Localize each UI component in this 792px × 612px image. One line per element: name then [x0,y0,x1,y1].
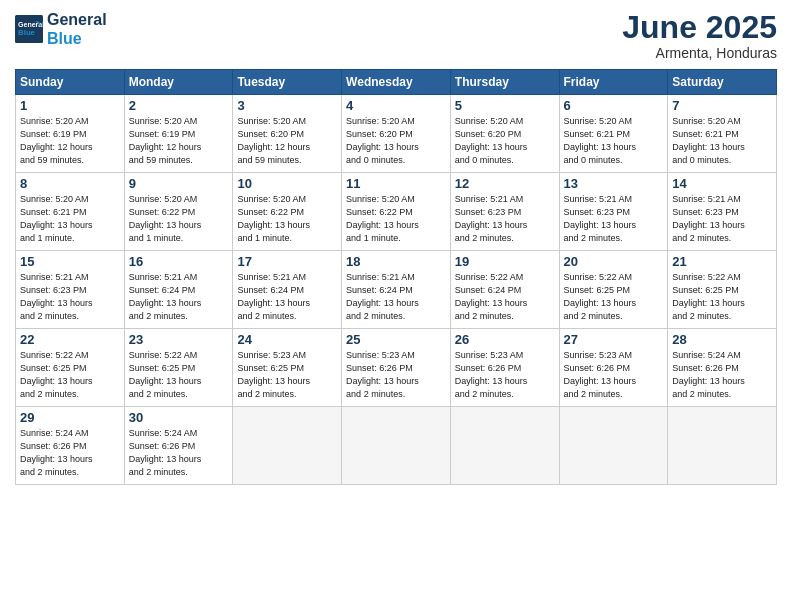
calendar-cell: 24Sunrise: 5:23 AM Sunset: 6:25 PM Dayli… [233,329,342,407]
day-number: 5 [455,98,555,113]
day-number: 8 [20,176,120,191]
day-info: Sunrise: 5:21 AM Sunset: 6:23 PM Dayligh… [672,193,772,245]
page-container: General Blue General Blue June 2025 Arme… [0,0,792,495]
day-info: Sunrise: 5:20 AM Sunset: 6:20 PM Dayligh… [455,115,555,167]
col-header-thursday: Thursday [450,70,559,95]
day-number: 14 [672,176,772,191]
calendar-cell: 19Sunrise: 5:22 AM Sunset: 6:24 PM Dayli… [450,251,559,329]
calendar-cell [233,407,342,485]
calendar-table: SundayMondayTuesdayWednesdayThursdayFrid… [15,69,777,485]
day-number: 2 [129,98,229,113]
calendar-cell: 27Sunrise: 5:23 AM Sunset: 6:26 PM Dayli… [559,329,668,407]
col-header-sunday: Sunday [16,70,125,95]
calendar-body: 1Sunrise: 5:20 AM Sunset: 6:19 PM Daylig… [16,95,777,485]
day-number: 17 [237,254,337,269]
day-number: 24 [237,332,337,347]
day-number: 6 [564,98,664,113]
day-info: Sunrise: 5:22 AM Sunset: 6:25 PM Dayligh… [672,271,772,323]
day-info: Sunrise: 5:22 AM Sunset: 6:25 PM Dayligh… [129,349,229,401]
week-row-3: 15Sunrise: 5:21 AM Sunset: 6:23 PM Dayli… [16,251,777,329]
calendar-cell: 12Sunrise: 5:21 AM Sunset: 6:23 PM Dayli… [450,173,559,251]
logo: General Blue General Blue [15,10,107,48]
col-header-wednesday: Wednesday [342,70,451,95]
col-header-monday: Monday [124,70,233,95]
day-number: 1 [20,98,120,113]
day-info: Sunrise: 5:22 AM Sunset: 6:25 PM Dayligh… [20,349,120,401]
day-number: 4 [346,98,446,113]
day-info: Sunrise: 5:21 AM Sunset: 6:23 PM Dayligh… [455,193,555,245]
day-number: 11 [346,176,446,191]
col-header-friday: Friday [559,70,668,95]
calendar-cell: 17Sunrise: 5:21 AM Sunset: 6:24 PM Dayli… [233,251,342,329]
calendar-cell: 16Sunrise: 5:21 AM Sunset: 6:24 PM Dayli… [124,251,233,329]
calendar-cell: 13Sunrise: 5:21 AM Sunset: 6:23 PM Dayli… [559,173,668,251]
day-info: Sunrise: 5:21 AM Sunset: 6:24 PM Dayligh… [129,271,229,323]
day-number: 7 [672,98,772,113]
day-info: Sunrise: 5:24 AM Sunset: 6:26 PM Dayligh… [20,427,120,479]
week-row-1: 1Sunrise: 5:20 AM Sunset: 6:19 PM Daylig… [16,95,777,173]
day-info: Sunrise: 5:20 AM Sunset: 6:22 PM Dayligh… [237,193,337,245]
day-info: Sunrise: 5:20 AM Sunset: 6:21 PM Dayligh… [564,115,664,167]
day-number: 18 [346,254,446,269]
calendar-cell: 3Sunrise: 5:20 AM Sunset: 6:20 PM Daylig… [233,95,342,173]
week-row-4: 22Sunrise: 5:22 AM Sunset: 6:25 PM Dayli… [16,329,777,407]
calendar-cell: 28Sunrise: 5:24 AM Sunset: 6:26 PM Dayli… [668,329,777,407]
calendar-cell: 29Sunrise: 5:24 AM Sunset: 6:26 PM Dayli… [16,407,125,485]
header: General Blue General Blue June 2025 Arme… [15,10,777,61]
day-number: 20 [564,254,664,269]
col-header-tuesday: Tuesday [233,70,342,95]
day-info: Sunrise: 5:20 AM Sunset: 6:20 PM Dayligh… [346,115,446,167]
col-header-saturday: Saturday [668,70,777,95]
day-info: Sunrise: 5:22 AM Sunset: 6:24 PM Dayligh… [455,271,555,323]
day-info: Sunrise: 5:21 AM Sunset: 6:24 PM Dayligh… [346,271,446,323]
day-info: Sunrise: 5:20 AM Sunset: 6:21 PM Dayligh… [672,115,772,167]
day-info: Sunrise: 5:23 AM Sunset: 6:26 PM Dayligh… [455,349,555,401]
day-number: 10 [237,176,337,191]
calendar-cell: 22Sunrise: 5:22 AM Sunset: 6:25 PM Dayli… [16,329,125,407]
svg-text:Blue: Blue [18,28,36,37]
day-number: 27 [564,332,664,347]
day-info: Sunrise: 5:24 AM Sunset: 6:26 PM Dayligh… [672,349,772,401]
day-number: 25 [346,332,446,347]
logo-general: General [47,10,107,29]
day-number: 13 [564,176,664,191]
calendar-cell [342,407,451,485]
day-info: Sunrise: 5:21 AM Sunset: 6:24 PM Dayligh… [237,271,337,323]
day-number: 12 [455,176,555,191]
day-number: 30 [129,410,229,425]
calendar-cell: 21Sunrise: 5:22 AM Sunset: 6:25 PM Dayli… [668,251,777,329]
calendar-cell [668,407,777,485]
day-info: Sunrise: 5:24 AM Sunset: 6:26 PM Dayligh… [129,427,229,479]
calendar-cell: 4Sunrise: 5:20 AM Sunset: 6:20 PM Daylig… [342,95,451,173]
calendar-cell: 23Sunrise: 5:22 AM Sunset: 6:25 PM Dayli… [124,329,233,407]
calendar-cell: 7Sunrise: 5:20 AM Sunset: 6:21 PM Daylig… [668,95,777,173]
day-info: Sunrise: 5:20 AM Sunset: 6:19 PM Dayligh… [20,115,120,167]
calendar-cell: 15Sunrise: 5:21 AM Sunset: 6:23 PM Dayli… [16,251,125,329]
day-info: Sunrise: 5:23 AM Sunset: 6:26 PM Dayligh… [346,349,446,401]
day-info: Sunrise: 5:20 AM Sunset: 6:19 PM Dayligh… [129,115,229,167]
logo-blue: Blue [47,29,107,48]
day-number: 29 [20,410,120,425]
title-block: June 2025 Armenta, Honduras [622,10,777,61]
day-number: 16 [129,254,229,269]
calendar-cell: 10Sunrise: 5:20 AM Sunset: 6:22 PM Dayli… [233,173,342,251]
week-row-2: 8Sunrise: 5:20 AM Sunset: 6:21 PM Daylig… [16,173,777,251]
calendar-cell [559,407,668,485]
calendar-cell: 20Sunrise: 5:22 AM Sunset: 6:25 PM Dayli… [559,251,668,329]
day-number: 19 [455,254,555,269]
calendar-header-row: SundayMondayTuesdayWednesdayThursdayFrid… [16,70,777,95]
calendar-cell: 1Sunrise: 5:20 AM Sunset: 6:19 PM Daylig… [16,95,125,173]
day-info: Sunrise: 5:20 AM Sunset: 6:22 PM Dayligh… [346,193,446,245]
month-title: June 2025 [622,10,777,45]
calendar-cell: 30Sunrise: 5:24 AM Sunset: 6:26 PM Dayli… [124,407,233,485]
day-info: Sunrise: 5:21 AM Sunset: 6:23 PM Dayligh… [564,193,664,245]
calendar-cell [450,407,559,485]
calendar-cell: 18Sunrise: 5:21 AM Sunset: 6:24 PM Dayli… [342,251,451,329]
day-info: Sunrise: 5:23 AM Sunset: 6:26 PM Dayligh… [564,349,664,401]
day-info: Sunrise: 5:21 AM Sunset: 6:23 PM Dayligh… [20,271,120,323]
day-number: 23 [129,332,229,347]
day-number: 9 [129,176,229,191]
day-number: 21 [672,254,772,269]
day-number: 28 [672,332,772,347]
location-subtitle: Armenta, Honduras [622,45,777,61]
